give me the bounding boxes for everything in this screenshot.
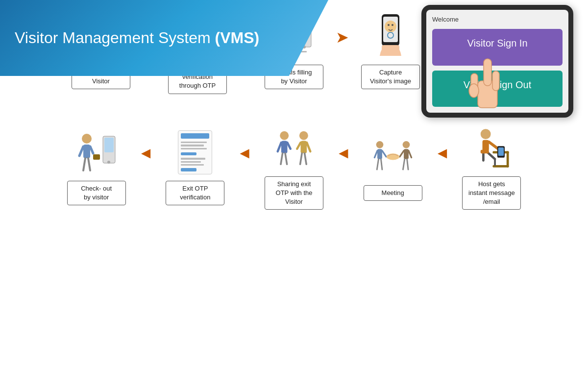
flow-item-host: Host getsinstant message/email: [450, 123, 533, 210]
svg-line-78: [489, 142, 498, 149]
svg-line-42: [83, 158, 85, 170]
svg-line-50: [278, 143, 281, 151]
svg-rect-30: [301, 51, 307, 52]
meeting-label: Meeting: [364, 185, 422, 201]
host-label: Host getsinstant message/email: [462, 176, 521, 210]
svg-point-54: [299, 131, 308, 140]
tablet-welcome-label: Welcome: [432, 16, 563, 23]
svg-line-52: [281, 153, 283, 165]
svg-line-56: [297, 143, 300, 149]
hand-pointer-icon: [463, 54, 512, 113]
sharing-label: Sharing exitOTP with theVisitor: [265, 176, 323, 210]
page-title: Visitor Management System (VMS): [15, 29, 259, 47]
svg-line-65: [381, 159, 382, 170]
svg-point-38: [82, 134, 92, 144]
svg-rect-1: [484, 59, 491, 86]
arrow-6: ◄: [237, 145, 252, 161]
svg-line-41: [90, 146, 93, 153]
svg-line-64: [377, 159, 378, 170]
capture-label: CaptureVisitor's image: [361, 65, 420, 89]
svg-line-71: [407, 159, 408, 170]
flow-row2: Check- outby visitor ◄ Exit OTPverificat…: [0, 123, 588, 210]
svg-rect-80: [498, 147, 504, 156]
svg-rect-44: [93, 154, 100, 160]
svg-line-69: [409, 151, 412, 158]
arrow-5: ◄: [138, 145, 154, 161]
svg-rect-84: [481, 150, 489, 154]
svg-line-43: [88, 158, 90, 170]
svg-rect-46: [104, 138, 114, 152]
svg-rect-74: [507, 151, 509, 168]
svg-line-40: [79, 146, 83, 156]
flow-item-sharing: Sharing exitOTP with theVisitor: [252, 123, 336, 210]
svg-point-34: [388, 24, 390, 26]
svg-point-66: [402, 141, 410, 148]
arrow-8: ◄: [435, 145, 450, 161]
svg-point-4: [469, 84, 479, 97]
meeting-icon: [371, 132, 415, 181]
svg-point-48: [280, 131, 289, 140]
svg-line-70: [403, 159, 404, 170]
checkout-label: Check- outby visitor: [67, 181, 126, 205]
svg-line-51: [288, 143, 291, 149]
header-banner: Visitor Management System (VMS): [0, 0, 328, 76]
flow-item-capture: CaptureVisitor's image: [349, 12, 432, 89]
exit-otp-icon: [173, 128, 217, 177]
svg-line-68: [400, 151, 404, 157]
svg-line-58: [300, 153, 302, 165]
capture-icon: [368, 12, 413, 61]
arrow-3: ➤: [336, 29, 349, 45]
arrow-7: ◄: [336, 145, 351, 161]
svg-line-53: [285, 153, 287, 165]
sharing-icon: [272, 123, 316, 172]
svg-line-62: [374, 151, 377, 158]
flow-item-meeting: Meeting: [351, 132, 435, 201]
svg-point-47: [107, 161, 110, 164]
svg-line-63: [382, 151, 386, 157]
flow-item-exit-otp: Exit OTPverification: [153, 128, 237, 205]
svg-line-59: [305, 153, 307, 165]
svg-rect-2: [492, 71, 499, 91]
checkout-icon: [74, 128, 119, 177]
exit-otp-label: Exit OTPverification: [166, 181, 224, 205]
host-icon: [469, 123, 514, 172]
svg-point-60: [376, 141, 383, 148]
svg-point-76: [481, 129, 491, 139]
svg-line-57: [307, 143, 310, 151]
flow-item-checkout: Check- outby visitor: [55, 128, 138, 205]
svg-rect-37: [382, 45, 399, 51]
svg-point-35: [392, 24, 393, 26]
